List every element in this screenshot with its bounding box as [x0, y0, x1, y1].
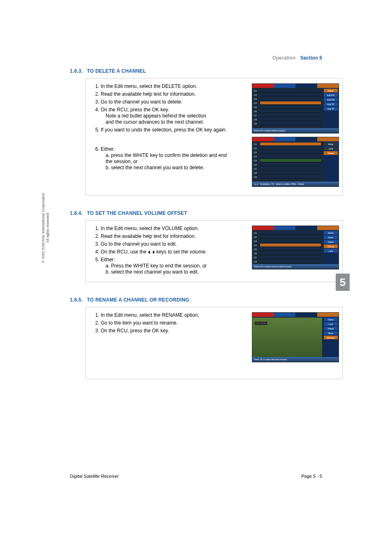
page-footer: Digital Satellite Receiver Page 5 - 5 — [70, 474, 322, 479]
step-163-6-lead: Either: — [101, 146, 115, 152]
block-164-text: In the Edit menu, select the VOLUME opti… — [92, 226, 231, 277]
step-163-6-b: b. select the next channel you want to d… — [106, 165, 231, 171]
step-163-2: Read the available help text for informa… — [101, 91, 231, 97]
step-164-5: Either: a. Press the WHITE key to end th… — [101, 257, 231, 275]
tv-163-1-side-4: Add TP — [324, 107, 338, 111]
step-163-4-text: On the RCU, press the OK key. — [101, 107, 169, 113]
tv-164: Name Move Delete Volume Lock 121 122 123… — [252, 226, 339, 269]
step-164-5-a: a. Press the WHITE key to end the sessio… — [106, 263, 231, 269]
copyright-line2: All rights reserved — [46, 213, 50, 243]
block-165-images: Name Lock Delete Move Rename NO TITLE Pr… — [252, 312, 338, 366]
heading-164-title: TO SET THE CHANNEL VOLUME OFFSET — [87, 210, 187, 216]
tv-163-1-side-1: Edit PID — [324, 93, 338, 97]
tv-163-2-tab-1: Lock — [324, 147, 338, 150]
tv-163-1: Delete Edit PID Add PID Edit TP Add TP 1… — [252, 83, 339, 134]
tv-164-side-2: Delete — [324, 240, 338, 244]
tv-163-1-side-2: Add PID — [324, 98, 338, 101]
footer-left: Digital Satellite Receiver — [70, 474, 119, 479]
tv-163-2-tab-0: Move — [324, 142, 338, 146]
step-164-5-lead: Either: — [101, 257, 115, 263]
tv-165-side-4: Rename — [324, 336, 338, 339]
header-operation: Operation — [272, 55, 296, 61]
tv-163-1-side-0: Delete — [324, 89, 338, 92]
heading-165-num: 1.6.5. — [70, 297, 85, 303]
step-164-4-post: keys to set the volume. — [156, 249, 207, 255]
tv-164-side-4: Lock — [324, 249, 338, 253]
block-164: In the Edit menu, select the VOLUME opti… — [85, 220, 343, 282]
tv-165-title-label: NO TITLE — [255, 322, 267, 325]
steps-164: In the Edit menu, select the VOLUME opti… — [92, 226, 231, 275]
arrow-right-icon — [153, 251, 155, 254]
tv-165-side-0: Name — [324, 318, 338, 321]
step-163-4-note2: and the cursor advances to the next chan… — [106, 119, 231, 125]
tv-163-1-prompt: Press OK to select Delete function — [252, 128, 339, 133]
heading-165-title: TO RENAME A CHANNEL OR RECORDING — [87, 297, 189, 303]
steps-163-b: Either: a. press the WHITE key to confir… — [92, 146, 231, 171]
step-163-3: Go to the channel you want to delete. — [101, 99, 231, 105]
tv-165: Name Lock Delete Move Rename NO TITLE Pr… — [252, 312, 339, 362]
section-edge-tab: 5 — [336, 274, 350, 291]
step-163-6: Either: a. press the WHITE key to confir… — [101, 146, 231, 171]
steps-163-a: In the Edit menu, select the DELETE opti… — [92, 83, 231, 133]
header-section: Section 5 — [300, 55, 322, 61]
heading-163-title: TO DELETE A CHANNEL — [87, 68, 146, 74]
footer-right: Page 5 - 5 — [301, 474, 322, 479]
step-163-5: If you want to undo the selection, press… — [101, 127, 231, 133]
steps-165: In the Edit menu, select the RENAME opti… — [92, 312, 231, 334]
tv-163-2-prompt: ◄ ► : Navigation; OK : Select to delete;… — [252, 182, 339, 187]
step-164-3: Go to the channel you want to edit. — [101, 241, 231, 247]
step-164-2: Read the available help text for informa… — [101, 233, 231, 240]
step-163-4: On the RCU, press the OK key. Note a red… — [101, 107, 231, 125]
arrow-left-icon — [148, 251, 150, 254]
tv-164-prompt: Press OK to select volume offset functio… — [252, 264, 339, 269]
block-164-images: Name Move Delete Volume Lock 121 122 123… — [252, 226, 338, 273]
heading-163: 1.6.3. TO DELETE A CHANNEL — [70, 68, 343, 74]
step-163-4-note1: Note a red bullet appears behind the sel… — [106, 113, 231, 119]
block-165: In the Edit menu, select the RENAME opti… — [85, 307, 343, 379]
heading-164: 1.6.4. TO SET THE CHANNEL VOLUME OFFSET — [70, 210, 343, 216]
block-165-text: In the Edit menu, select the RENAME opti… — [92, 312, 231, 336]
step-164-1: In the Edit menu, select the VOLUME opti… — [101, 226, 231, 232]
step-163-1: In the Edit menu, select the DELETE opti… — [101, 83, 231, 90]
step-164-4-pre: On the RCU, use the — [101, 249, 146, 255]
copyright-line1: © 2002 EchoStar International Corporatio… — [41, 193, 45, 263]
tv-164-side-1: Move — [324, 235, 338, 239]
heading-165: 1.6.5. TO RENAME A CHANNEL OR RECORDING — [70, 297, 343, 303]
copyright-side: © 2002 EchoStar International Corporatio… — [41, 193, 50, 263]
tv-163-2-tab-2: Delete — [324, 151, 338, 155]
tv-165-side-1: Lock — [324, 322, 338, 326]
step-163-6-a: a. press the WHITE key to confirm the de… — [106, 152, 231, 165]
step-164-4: On the RCU, use the keys to set the volu… — [101, 249, 231, 255]
page: Operation Section 5 © 2002 EchoStar Inte… — [0, 0, 392, 555]
step-165-1: In the Edit menu, select the RENAME opti… — [101, 312, 231, 318]
tv-163-2: Move Lock Delete 121 122 123 124 125 126… — [252, 137, 339, 187]
heading-164-num: 1.6.4. — [70, 210, 85, 216]
tv-165-side-3: Move — [324, 331, 338, 335]
tv-165-prompt: Press OK to select Rename function — [252, 357, 339, 362]
tv-164-side-3: Volume — [324, 244, 338, 248]
heading-163-num: 1.6.3. — [70, 68, 85, 74]
block-163-images: Delete Edit PID Add PID Edit TP Add TP 1… — [252, 83, 338, 190]
block-163-text: In the Edit menu, select the DELETE opti… — [92, 83, 231, 173]
step-165-3: On the RCU, press the OK key. — [101, 328, 231, 334]
tv-163-1-side-3: Edit TP — [324, 102, 338, 106]
step-164-5-b: b. select the next channel you want to e… — [106, 269, 231, 275]
step-165-2: Go to the item you want to rename. — [101, 320, 231, 326]
tv-165-side-2: Delete — [324, 327, 338, 330]
block-163: In the Edit menu, select the DELETE opti… — [85, 78, 343, 196]
tv-164-side-0: Name — [324, 231, 338, 235]
page-header: Operation Section 5 — [272, 55, 322, 61]
